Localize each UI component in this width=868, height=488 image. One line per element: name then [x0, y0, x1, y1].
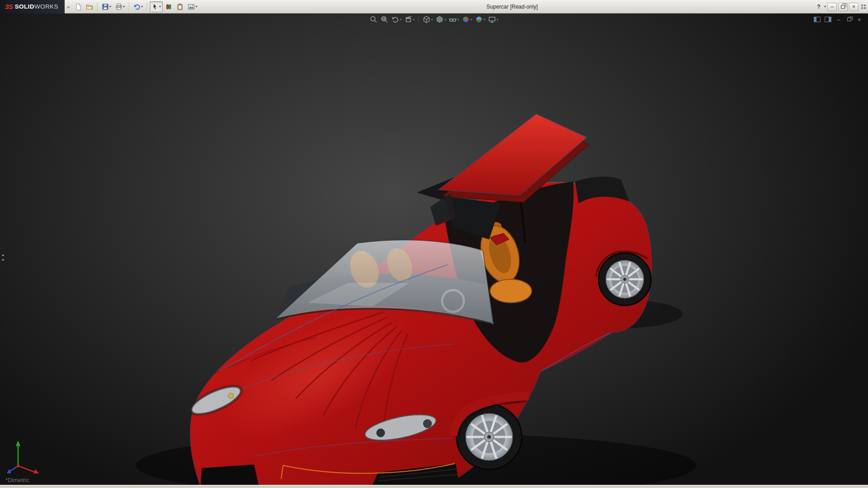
- previous-view-icon: [391, 15, 399, 23]
- toggle-right-pane-icon[interactable]: [825, 17, 831, 22]
- headsup-toolbar: ▾ ▾ ▾ ▾: [368, 15, 499, 24]
- new-document-button[interactable]: [73, 1, 84, 12]
- apply-scene-button[interactable]: ▾: [474, 15, 486, 24]
- toggle-left-pane-icon[interactable]: [814, 17, 821, 22]
- restore-button[interactable]: [838, 3, 848, 11]
- document-title: Supercar [Read-only]: [486, 4, 538, 10]
- dropdown-caret[interactable]: ▾: [497, 18, 499, 22]
- print-icon: [115, 3, 123, 10]
- solidworks-window: ЗS SOLID WORKS »: [0, 0, 868, 488]
- dropdown-caret[interactable]: ▾: [141, 5, 143, 9]
- minimize-button[interactable]: –: [827, 3, 837, 11]
- clipboard-button[interactable]: [175, 1, 185, 12]
- minimize-icon: –: [830, 4, 834, 9]
- close-icon: ×: [852, 4, 855, 9]
- previous-view-button[interactable]: ▾: [390, 15, 402, 24]
- dropdown-caret[interactable]: ▾: [431, 18, 433, 22]
- restore-document-button[interactable]: [846, 16, 852, 23]
- view-settings-icon: [488, 15, 496, 23]
- image-icon: [188, 3, 195, 10]
- dropdown-caret[interactable]: ▾: [195, 5, 197, 9]
- hide-show-items-button[interactable]: ▾: [448, 15, 460, 24]
- zoom-to-area-button[interactable]: [379, 15, 389, 24]
- app-options-grid-icon[interactable]: [861, 5, 866, 9]
- collapse-arrow-icon: ◂: [2, 258, 4, 262]
- title-bar: ЗS SOLID WORKS »: [0, 0, 868, 14]
- open-folder-icon: [86, 3, 93, 10]
- dropdown-caret[interactable]: ▾: [471, 18, 472, 22]
- view-orientation-cube-icon: [422, 15, 430, 23]
- restore-icon: [841, 5, 845, 9]
- display-style-button[interactable]: ▾: [434, 15, 447, 24]
- glasses-icon: [449, 15, 457, 23]
- dropdown-caret[interactable]: ▾: [458, 18, 459, 22]
- toolbar-separator: [147, 2, 147, 11]
- brand-works: WORKS: [34, 3, 58, 10]
- appearance-ball-icon: [462, 15, 470, 23]
- brand-mark: ЗS: [5, 3, 13, 10]
- select-button[interactable]: ▾: [150, 1, 163, 12]
- save-icon: [102, 3, 109, 10]
- main-toolbar: ▾ ▾ ▾: [72, 1, 199, 12]
- close-document-button[interactable]: ×: [856, 16, 863, 23]
- graphics-viewport[interactable]: ▾ ▾ ▾ ▾: [0, 14, 868, 485]
- dropdown-caret[interactable]: ▾: [159, 5, 161, 9]
- view-settings-button[interactable]: ▾: [487, 15, 500, 24]
- supercar-3d-model[interactable]: [0, 14, 868, 485]
- image-options-button[interactable]: ▾: [186, 1, 199, 12]
- dropdown-caret[interactable]: ▾: [413, 18, 415, 22]
- feature-manager-collapse-tab[interactable]: ◂ ◂: [0, 248, 5, 267]
- rebuild-button[interactable]: [163, 1, 174, 12]
- clipboard-icon: [176, 3, 184, 10]
- toolbar-separator: [97, 2, 98, 11]
- section-view-button[interactable]: ▾: [403, 15, 415, 24]
- zoom-area-icon: [380, 15, 388, 23]
- zoom-to-fit-button[interactable]: [368, 15, 378, 24]
- save-button[interactable]: ▾: [100, 1, 113, 12]
- close-button[interactable]: ×: [849, 3, 859, 11]
- dropdown-caret[interactable]: ▾: [400, 18, 401, 22]
- edit-appearance-button[interactable]: ▾: [461, 15, 473, 24]
- solidworks-logo: ЗS SOLID WORKS: [0, 0, 65, 14]
- select-arrow-icon: [151, 3, 159, 10]
- zoom-fit-icon: [369, 15, 377, 23]
- orientation-triad: [3, 433, 52, 474]
- document-window-controls: – ×: [814, 16, 863, 23]
- view-orientation-label: *Dimetric: [5, 477, 29, 483]
- dropdown-caret[interactable]: ▾: [444, 18, 446, 22]
- undo-icon: [133, 3, 141, 10]
- restore-icon: [847, 18, 851, 21]
- dropdown-caret[interactable]: ▾: [484, 18, 486, 22]
- close-icon: ×: [858, 17, 861, 23]
- display-style-icon: [435, 15, 443, 23]
- open-button[interactable]: [84, 1, 95, 12]
- help-caret[interactable]: ▾: [824, 5, 826, 9]
- dropdown-caret[interactable]: ▾: [109, 5, 111, 9]
- print-button[interactable]: ▾: [113, 1, 127, 12]
- minimize-icon: –: [837, 17, 840, 23]
- section-view-icon: [404, 15, 412, 23]
- window-controls: ? ▾ – ×: [815, 0, 866, 14]
- menu-expand-arrow[interactable]: »: [65, 4, 72, 9]
- dropdown-caret[interactable]: ▾: [123, 5, 125, 9]
- status-bar-strip: [0, 485, 868, 488]
- view-orientation-button[interactable]: ▾: [421, 15, 434, 24]
- collapse-arrow-icon: ◂: [2, 253, 4, 257]
- rebuild-traffic-icon: [165, 3, 172, 10]
- new-document-icon: [75, 3, 82, 10]
- toolbar-separator: [129, 2, 129, 11]
- minimize-document-button[interactable]: –: [835, 16, 842, 23]
- headsup-separator: [418, 16, 419, 23]
- help-button[interactable]: ?: [815, 4, 822, 10]
- scene-sphere-icon: [475, 15, 483, 23]
- undo-button[interactable]: ▾: [132, 1, 145, 12]
- brand-solid: SOLID: [15, 3, 34, 10]
